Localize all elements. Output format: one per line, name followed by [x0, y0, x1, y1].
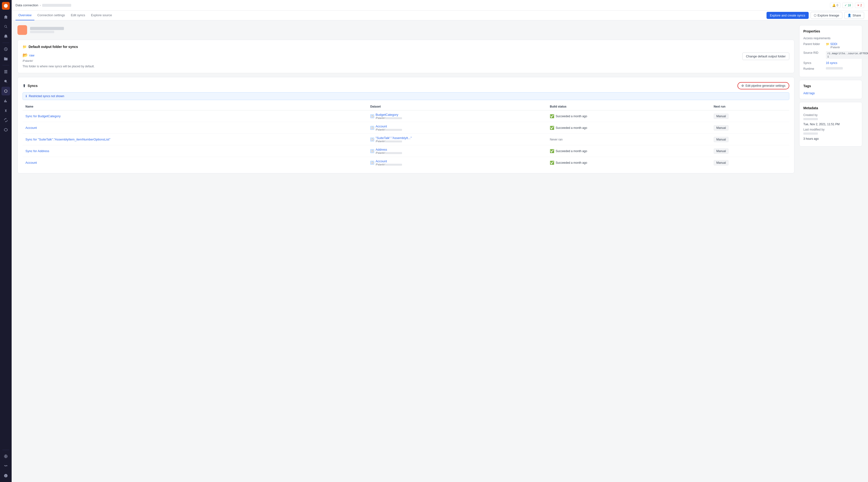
topbar-actions: 🔔 0 ✓ 18 ✕ 2	[830, 3, 864, 8]
sidebar-item-cube[interactable]	[1, 125, 10, 134]
sync-name-link[interactable]: Account	[25, 161, 37, 164]
sync-name-cell: Sync for "SuiteTalk"."AssemblyItem_itemN…	[23, 134, 367, 145]
sidebar-item-data[interactable]	[1, 67, 10, 76]
dataset-cell: 📋 Account /Palantir/	[367, 122, 547, 134]
breadcrumb-label[interactable]: Data connection	[16, 3, 38, 7]
folder-card-header: 📁 Default output folder for syncs	[23, 45, 789, 49]
badge-error[interactable]: ✕ 2	[855, 3, 864, 8]
status-cell: Never ran	[547, 134, 711, 145]
edit-pipeline-button[interactable]: ⚙ Edit pipeline generator settings	[738, 82, 789, 89]
sync-name-link[interactable]: Sync for "SuiteTalk"."AssemblyItem_itemN…	[25, 138, 111, 141]
created-date-row: Tue, Nov 2, 2021, 11:51 PM	[803, 123, 858, 126]
sidebar	[0, 0, 11, 482]
success-icon: ✅	[550, 149, 554, 153]
dataset-cell: 📋 BudgetCategory /Palantir/	[367, 111, 547, 122]
sync-name-cell: Sync for BudgetCategory	[23, 111, 367, 122]
col-dataset: Dataset	[367, 103, 547, 111]
syncs-title: ⬆ Syncs	[23, 84, 37, 88]
badge-zero[interactable]: 🔔 0	[830, 3, 840, 8]
status-text: Succeeded a month ago	[556, 161, 587, 164]
dataset-icon: 📋	[370, 138, 374, 142]
tab-connection-settings[interactable]: Connection settings	[34, 11, 68, 20]
tab-explore-source[interactable]: Explore source	[88, 11, 115, 20]
add-tags-link[interactable]: Add tags	[803, 92, 815, 95]
dataset-name[interactable]: Address	[376, 148, 402, 151]
change-folder-button[interactable]: Change default output folder	[742, 53, 789, 60]
sidebar-item-search[interactable]	[1, 22, 10, 31]
dataset-name[interactable]: "SuiteTalk"."AssemblyIt..."	[376, 136, 412, 140]
sidebar-item-magnify[interactable]	[1, 77, 10, 86]
tab-edit-syncs[interactable]: Edit syncs	[68, 11, 88, 20]
folder-info: 📂 raw /Palantir/ This folder is where ne…	[23, 53, 94, 68]
sidebar-item-home[interactable]	[1, 12, 10, 21]
dataset-name-col: BudgetCategory /Palantir/	[376, 113, 402, 119]
tags-title: Tags	[803, 84, 858, 88]
dataset-name-col: "SuiteTalk"."AssemblyIt..." /Palantir/	[376, 136, 412, 143]
connection-logo	[18, 25, 27, 35]
main-content: 📁 Default output folder for syncs 📂 raw …	[18, 25, 795, 477]
share-button[interactable]: 👤 Share	[844, 12, 864, 19]
folder-description: This folder is where new syncs will be p…	[23, 65, 94, 68]
next-run-cell: Manual	[711, 145, 789, 157]
sidebar-item-integrations[interactable]	[1, 462, 10, 471]
explore-syncs-button[interactable]: Explore and create syncs	[767, 12, 809, 19]
properties-card: Properties Access requirements Parent fo…	[799, 25, 862, 77]
next-run-cell: Manual	[711, 122, 789, 134]
sidebar-item-folders[interactable]	[1, 55, 10, 63]
x-icon: ✕	[857, 4, 860, 7]
sync-name-link[interactable]: Account	[25, 126, 37, 129]
parent-folder-name: SDDI	[830, 42, 837, 46]
tab-overview[interactable]: Overview	[16, 11, 34, 20]
created-by-label: Created by	[803, 113, 858, 117]
badge-check-count: 18	[848, 4, 851, 7]
dataset-icon: 📋	[370, 161, 374, 165]
connection-info	[30, 27, 64, 33]
success-icon: ✅	[550, 126, 554, 130]
syncs-count-link[interactable]: 16 syncs	[826, 61, 837, 65]
table-header-row: Name Dataset Build status Next run	[23, 103, 789, 111]
col-name: Name	[23, 103, 367, 111]
dataset-cell: 📋 "SuiteTalk"."AssemblyIt..." /Palantir/	[367, 134, 547, 145]
sidebar-item-connect[interactable]	[1, 87, 10, 95]
folder-name-link[interactable]: 📂 raw	[23, 53, 94, 58]
dataset-name[interactable]: Account	[376, 159, 402, 163]
sidebar-item-history[interactable]	[1, 45, 10, 54]
sidebar-item-notifications[interactable]	[1, 32, 10, 41]
sidebar-item-code[interactable]	[1, 106, 10, 115]
tab-nav: Overview Connection settings Edit syncs …	[11, 11, 868, 20]
dataset-cell: 📋 Account /Palantir/	[367, 157, 547, 169]
sync-name-link[interactable]: Sync for BudgetCategory	[25, 114, 61, 118]
properties-title: Properties	[803, 29, 858, 33]
folder-card-title: Default output folder for syncs	[29, 45, 78, 49]
dataset-name[interactable]: Account	[376, 124, 402, 128]
dataset-cell: 📋 Address /Palantir/	[367, 145, 547, 157]
next-run-badge: Manual	[714, 137, 728, 142]
source-rid-value-container: ri.magritte..source.dff03616-i 📋	[826, 51, 868, 59]
source-rid-text: ri.magritte..source.dff03616-i	[826, 51, 868, 59]
right-sidebar: Properties Access requirements Parent fo…	[799, 25, 862, 477]
badge-check[interactable]: ✓ 18	[842, 3, 853, 8]
sidebar-item-analytics[interactable]	[1, 96, 10, 105]
status-cell: ✅Succeeded a month ago	[547, 122, 711, 134]
app-logo[interactable]	[2, 2, 10, 10]
syncs-card-header: ⬆ Syncs ⚙ Edit pipeline generator settin…	[23, 82, 789, 89]
dataset-name-col: Account /Palantir/	[376, 124, 402, 131]
parent-folder-link[interactable]: 📁 SDDI	[826, 42, 837, 46]
sync-name-cell: Account	[23, 157, 367, 169]
breadcrumb: Data connection ›	[16, 3, 71, 7]
dataset-path: /Palantir/	[376, 152, 402, 154]
explore-lineage-button[interactable]: ⬡ Explore lineage	[811, 12, 843, 19]
dataset-name[interactable]: BudgetCategory	[376, 113, 402, 117]
status-cell: ✅Succeeded a month ago	[547, 111, 711, 122]
sync-name-cell: Sync for Address	[23, 145, 367, 157]
breadcrumb-id	[42, 4, 71, 7]
sidebar-item-sync[interactable]	[1, 116, 10, 124]
pipeline-icon: ⚙	[741, 84, 744, 87]
sync-name-link[interactable]: Sync for Address	[25, 149, 49, 153]
sidebar-item-globe[interactable]	[1, 452, 10, 461]
next-run-cell: Manual	[711, 134, 789, 145]
status-text: Succeeded a month ago	[556, 149, 587, 153]
access-row: Access requirements	[803, 37, 858, 40]
sidebar-item-help[interactable]	[1, 471, 10, 480]
last-modified-time-row: 3 hours ago	[803, 137, 858, 141]
